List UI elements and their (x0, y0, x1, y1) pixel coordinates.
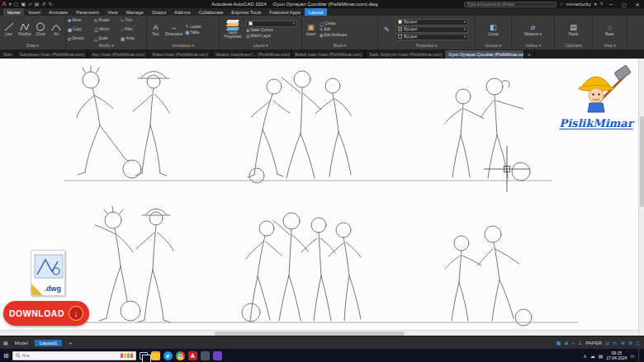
save-icon[interactable]: ▣ (21, 0, 26, 8)
file-tab[interactable]: Şarkı Söyleyen İnsan (PislikMimar.com) (366, 50, 445, 59)
copy-tool[interactable]: ▣Copy (68, 27, 92, 32)
account-chevron-icon[interactable]: ▾ (594, 0, 597, 8)
file-explorer-icon[interactable] (151, 351, 160, 360)
leader-tool[interactable]: ↖Leader (185, 24, 201, 29)
array-tool[interactable]: ▦Array (121, 36, 144, 41)
file-tab[interactable]: Robot İnsan (PislikMimar.com) (149, 50, 212, 59)
measure-tool[interactable]: ⌀ Measure ▾ (523, 16, 542, 42)
paste-tool[interactable]: ▤ Paste (566, 16, 580, 42)
make-current-tool[interactable]: ⊕Make Current (246, 28, 297, 33)
workspace-gear-icon[interactable]: ⚙ (628, 340, 632, 346)
group-tool[interactable]: ◧ Group (486, 16, 500, 42)
taskbar-search-box[interactable] (12, 351, 136, 360)
table-tool[interactable]: ▦Table (185, 30, 201, 35)
user-account[interactable]: mimarlucky (566, 2, 590, 7)
search-icon[interactable]: ○ (560, 0, 563, 8)
tab-express-tools[interactable]: Express Tools (227, 8, 265, 16)
start-button[interactable]: ⊞ (3, 352, 9, 360)
match-properties-tool[interactable]: ✎ (380, 16, 394, 42)
maximize-button[interactable]: ▢ (619, 2, 629, 7)
tab-view[interactable]: View (103, 8, 121, 16)
scale-tool[interactable]: △Scale (94, 36, 118, 41)
tab-home[interactable]: Home (3, 8, 24, 16)
drawing-canvas[interactable]: PislikMimar .dwg DOWNLOAD ↓ (0, 59, 644, 336)
app-icon[interactable] (201, 351, 210, 360)
plot-icon[interactable]: ▤ (35, 0, 40, 8)
polyline-tool[interactable]: Polyline (17, 16, 32, 42)
new-layout-button[interactable]: + (64, 340, 77, 346)
search-input[interactable] (22, 353, 80, 358)
space-toggle[interactable]: PAPER (585, 341, 602, 346)
circle-tool[interactable]: Circle (34, 16, 48, 42)
layout1-tab[interactable]: Layout1 (35, 340, 62, 346)
trim-tool[interactable]: ✂Trim (121, 18, 144, 23)
arc-tool[interactable]: Arc (50, 16, 64, 42)
tab-collaborate[interactable]: Collaborate (195, 8, 228, 16)
tab-add-ins[interactable]: Add-ins (170, 8, 195, 16)
match-layer-tool[interactable]: ⊡Match Layer (246, 34, 297, 39)
show-desktop-button[interactable] (638, 349, 641, 362)
download-button[interactable]: DOWNLOAD ↓ (3, 301, 89, 326)
mirror-tool[interactable]: ◫Mirror (94, 27, 118, 32)
file-tab-active[interactable]: Oyun Oynayan Çocuklar (PislikMimar.com) (445, 50, 524, 59)
insert-block-tool[interactable]: ▣ Insert (304, 16, 318, 42)
tab-parametric[interactable]: Parametric (72, 8, 103, 16)
layer-properties-tool[interactable]: Layer Properties (221, 16, 244, 42)
panel-label-block[interactable]: Block ▾ (302, 43, 377, 49)
taskbar-clock[interactable]: 09:15 17.04.2024 (606, 350, 627, 360)
line-tool[interactable]: Line (2, 16, 16, 42)
tab-output[interactable]: Output (148, 8, 170, 16)
chrome-icon[interactable] (176, 351, 185, 360)
model-tab[interactable]: Model (10, 340, 33, 346)
tab-layout-contextual[interactable]: Layout (305, 8, 327, 16)
close-button[interactable]: ✕ (632, 2, 642, 7)
file-tab[interactable]: Garipleşen İnsan (PislikMimar.com) (17, 50, 89, 59)
tab-manage[interactable]: Manage (122, 8, 148, 16)
osnap-toggle-icon[interactable]: ⊡ (605, 340, 609, 346)
panel-label-view[interactable]: View ▾ (593, 43, 627, 49)
dimension-tool[interactable]: ↔ Dimension (164, 16, 183, 42)
redo-icon[interactable]: ↻ (48, 0, 52, 8)
tray-icon[interactable]: ▤ (599, 353, 604, 359)
edit-attributes-tool[interactable]: ⊞Edit Attributes (320, 33, 347, 38)
onedrive-cloud-icon[interactable]: ☁ (590, 353, 595, 359)
rotate-tool[interactable]: ↻Rotate (94, 18, 118, 23)
app-menu-chevron-icon[interactable]: ▾ (9, 0, 12, 8)
panel-label-annotation[interactable]: Annotation ▾ (147, 43, 219, 49)
object-color-dropdown[interactable]: ByLayer ▾ (395, 19, 468, 26)
linetype-dropdown[interactable]: ByLayer ▾ (395, 26, 468, 33)
panel-label-groups[interactable]: Groups ▾ (476, 43, 511, 49)
app-icon[interactable] (213, 351, 222, 360)
create-block-tool[interactable]: ▢Create (320, 21, 347, 26)
tab-annotate[interactable]: Annotate (45, 8, 72, 16)
file-tab[interactable]: Aşçı İnsan (PislikMimar.com) (88, 50, 149, 59)
base-view-tool[interactable]: ⌂ Base (603, 16, 617, 42)
fillet-tool[interactable]: ∩Fillet (121, 27, 144, 32)
ortho-toggle-icon[interactable]: ⌐ (572, 341, 575, 346)
snap-toggle-icon[interactable]: ⊞ (565, 340, 569, 346)
horizontal-scrollbar[interactable] (0, 330, 638, 336)
notification-center-icon[interactable]: ▭ (630, 353, 635, 359)
lineweight-dropdown[interactable]: ByLayer ▾ (395, 34, 468, 40)
panel-label-clipboard[interactable]: Clipboard (555, 43, 592, 49)
open-icon[interactable]: ▱ (28, 0, 32, 8)
edge-icon[interactable]: e (163, 351, 173, 360)
panel-label-modify[interactable]: Modify ▾ (66, 43, 146, 49)
minimize-button[interactable]: ─ (606, 2, 616, 7)
stretch-tool[interactable]: ⇄Stretch (68, 36, 92, 41)
polar-tracking-icon[interactable]: ∠ (578, 340, 582, 346)
task-view-icon[interactable] (140, 352, 148, 360)
lineweight-toggle-icon[interactable]: ▭ (613, 340, 618, 346)
edit-block-tool[interactable]: ✎Edit (320, 27, 347, 32)
grid-toggle-icon[interactable]: ▦ (556, 340, 561, 346)
panel-label-utilities[interactable]: Utilities ▾ (512, 43, 554, 49)
clean-screen-icon[interactable]: ▢ (636, 340, 641, 346)
panel-label-properties[interactable]: Properties ▾ (378, 43, 475, 49)
tab-featured-apps[interactable]: Featured Apps (265, 8, 305, 16)
layer-dropdown[interactable]: ▾ (246, 21, 297, 27)
autocad-logo-icon[interactable]: A (2, 0, 7, 8)
file-tab[interactable]: Bebek tutan İnsan (PislikMimar.com) (291, 50, 366, 59)
tray-expand-icon[interactable]: ∧ (583, 353, 586, 359)
tab-insert[interactable]: Insert (24, 8, 45, 16)
autocad-taskbar-icon[interactable]: A (188, 351, 197, 360)
